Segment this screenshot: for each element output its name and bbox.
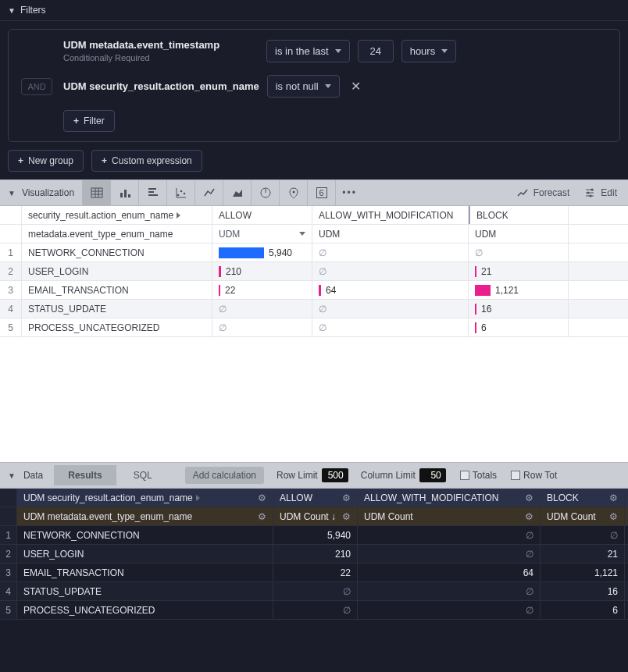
bar-chart-icon[interactable]: [110, 180, 138, 205]
vis-cell[interactable]: 22: [212, 281, 312, 299]
dt-row-header[interactable]: UDM metadata.event_type_enum_name ⚙: [17, 507, 273, 525]
data-cell[interactable]: 210: [273, 545, 358, 563]
dt-col-2[interactable]: BLOCK⚙: [541, 489, 625, 507]
null-icon: ∅: [319, 322, 326, 333]
row-label[interactable]: NETWORK_CONNECTION: [22, 244, 212, 261]
filter-value-0[interactable]: 24: [358, 40, 394, 62]
measure-col-0[interactable]: UDM: [212, 225, 312, 243]
data-cell[interactable]: ∅: [273, 601, 358, 619]
remove-filter-icon[interactable]: ✕: [348, 79, 364, 94]
measure-col-1[interactable]: UDM: [312, 225, 469, 243]
vis-cell[interactable]: ∅: [212, 300, 312, 318]
data-cell[interactable]: 5,940: [273, 526, 358, 544]
cell-value: 1,121: [495, 285, 519, 296]
pivot-col-1[interactable]: ALLOW_WITH_MODIFICATION: [312, 206, 469, 224]
row-label[interactable]: STATUS_UPDATE: [22, 300, 212, 318]
dt-pivot-header[interactable]: UDM security_result.action_enum_name ⚙: [17, 489, 273, 507]
data-header[interactable]: ▼ Data: [0, 470, 51, 481]
dt-measure-2[interactable]: UDM Count⚙: [541, 507, 625, 525]
gear-icon[interactable]: ⚙: [525, 492, 533, 503]
data-cell[interactable]: 16: [541, 582, 625, 600]
data-cell[interactable]: ∅: [358, 582, 541, 600]
gear-icon[interactable]: ⚙: [342, 511, 351, 522]
pivot-col-0[interactable]: ALLOW: [212, 206, 312, 224]
new-group-button[interactable]: + New group: [8, 150, 84, 172]
vis-cell[interactable]: 21: [469, 262, 569, 280]
more-icon[interactable]: •••: [335, 180, 363, 205]
gear-icon[interactable]: ⚙: [342, 492, 351, 503]
data-cell[interactable]: 1,121: [541, 564, 625, 581]
vis-cell[interactable]: ∅: [312, 262, 469, 280]
gear-icon[interactable]: ⚙: [525, 511, 533, 522]
row-label[interactable]: PROCESS_UNCATEGORIZED: [17, 601, 273, 619]
row-label[interactable]: STATUS_UPDATE: [17, 582, 273, 600]
vis-cell[interactable]: ∅: [212, 318, 312, 336]
row-field-header[interactable]: metadata.event_type_enum_name: [22, 225, 212, 243]
custom-expression-button[interactable]: + Custom expression: [91, 150, 202, 172]
filter-op-0[interactable]: is in the last: [266, 40, 350, 62]
filter-field-1[interactable]: UDM security_result.action_enum_name: [63, 80, 259, 92]
forecast-button[interactable]: Forecast: [516, 187, 570, 199]
data-cell[interactable]: 21: [541, 545, 625, 563]
data-cell[interactable]: ∅: [541, 526, 625, 544]
pivot-col-2[interactable]: BLOCK: [469, 206, 569, 224]
row-label[interactable]: EMAIL_TRANSACTION: [17, 564, 273, 581]
gear-icon[interactable]: ⚙: [609, 492, 618, 503]
filter-field-0[interactable]: UDM metadata.event_timestamp: [63, 39, 259, 51]
gear-icon[interactable]: ⚙: [258, 511, 266, 522]
tab-results[interactable]: Results: [54, 465, 116, 485]
scatter-icon[interactable]: [166, 180, 194, 205]
gear-icon[interactable]: ⚙: [258, 492, 266, 503]
data-cell[interactable]: 64: [358, 564, 541, 581]
data-cell[interactable]: 22: [273, 564, 358, 581]
vis-cell[interactable]: 5,940: [212, 244, 312, 261]
vis-cell[interactable]: ∅: [312, 300, 469, 318]
filters-panel: UDM metadata.event_timestamp Conditional…: [8, 29, 620, 142]
gauge-icon[interactable]: [251, 180, 279, 205]
tab-sql[interactable]: SQL: [120, 465, 166, 485]
dt-col-0[interactable]: ALLOW⚙: [273, 489, 358, 507]
area-chart-icon[interactable]: [223, 180, 251, 205]
filter-unit-0[interactable]: hours: [401, 40, 457, 62]
row-label[interactable]: USER_LOGIN: [17, 545, 273, 563]
data-cell[interactable]: ∅: [358, 601, 541, 619]
measure-col-2[interactable]: UDM: [469, 225, 569, 243]
vis-cell[interactable]: ∅: [469, 244, 569, 261]
add-filter-button[interactable]: + Filter: [63, 110, 115, 132]
vis-cell[interactable]: 6: [469, 318, 569, 336]
map-icon[interactable]: [279, 180, 307, 205]
row-label[interactable]: USER_LOGIN: [22, 262, 212, 280]
data-cell[interactable]: ∅: [273, 582, 358, 600]
data-cell[interactable]: ∅: [358, 545, 541, 563]
visualization-header[interactable]: ▼ Visualization: [0, 187, 82, 198]
vis-cell[interactable]: 210: [212, 262, 312, 280]
filter-op-1[interactable]: is not null: [267, 75, 340, 98]
row-label[interactable]: NETWORK_CONNECTION: [17, 526, 273, 544]
table-icon[interactable]: [82, 180, 110, 205]
and-chip[interactable]: AND: [21, 78, 52, 95]
data-cell[interactable]: ∅: [358, 526, 541, 544]
totals-checkbox[interactable]: Totals: [460, 470, 497, 481]
row-limit-input[interactable]: 500: [322, 468, 348, 482]
dt-measure-0[interactable]: UDM Count ↓⚙: [273, 507, 358, 525]
row-label[interactable]: EMAIL_TRANSACTION: [22, 281, 212, 299]
edit-button[interactable]: Edit: [583, 187, 617, 199]
data-cell[interactable]: 6: [541, 601, 625, 619]
vis-cell[interactable]: ∅: [312, 318, 469, 336]
horizontal-bar-icon[interactable]: [138, 180, 166, 205]
row-totals-checkbox[interactable]: Row Tot: [511, 470, 557, 481]
vis-cell[interactable]: 16: [469, 300, 569, 318]
add-calculation-button[interactable]: Add calculation: [185, 467, 264, 484]
pivot-field-header[interactable]: security_result.action_enum_name: [22, 206, 212, 224]
dt-measure-1[interactable]: UDM Count⚙: [358, 507, 541, 525]
line-chart-icon[interactable]: [194, 180, 223, 205]
row-label[interactable]: PROCESS_UNCATEGORIZED: [22, 318, 212, 336]
vis-cell[interactable]: ∅: [312, 244, 469, 261]
dt-col-1[interactable]: ALLOW_WITH_MODIFICATION⚙: [358, 489, 541, 507]
vis-cell[interactable]: 64: [312, 281, 469, 299]
single-value-icon[interactable]: 6: [307, 180, 335, 205]
filters-header[interactable]: ▼ Filters: [0, 0, 628, 21]
col-limit-input[interactable]: 50: [419, 468, 446, 482]
vis-cell[interactable]: 1,121: [469, 281, 569, 299]
gear-icon[interactable]: ⚙: [609, 511, 618, 522]
